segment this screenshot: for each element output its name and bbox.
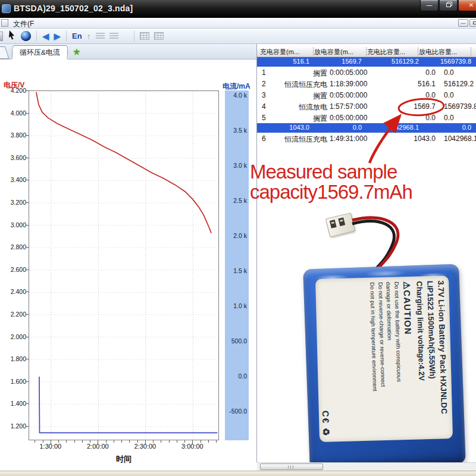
table-cell-num: 3 bbox=[262, 91, 274, 99]
y-axis-tick-label: 1.200 bbox=[0, 422, 26, 430]
y2-axis-tick-label: 1.5 k bbox=[225, 267, 247, 274]
menu-file[interactable]: 文件(F bbox=[13, 19, 34, 29]
battery-model-line: 3.7V Li-ion Battery Pack HXJNLDC bbox=[436, 280, 449, 434]
y-axis-tick-label: 2.400 bbox=[0, 288, 26, 295]
mdi-minimize-button[interactable]: — bbox=[458, 19, 468, 27]
column-header[interactable]: 放电容量(m... bbox=[314, 48, 365, 57]
forward-arrow-icon[interactable]: ▶ bbox=[54, 31, 61, 42]
up-arrow-icon[interactable]: ↑ bbox=[87, 32, 91, 41]
scroll-grip bbox=[293, 465, 293, 469]
column-header[interactable]: 充电容量(m... bbox=[260, 48, 312, 57]
partial-icon bbox=[0, 32, 3, 41]
summary-cell: 516.1 bbox=[257, 58, 309, 65]
tab-partial[interactable] bbox=[0, 46, 9, 59]
header-separator bbox=[471, 47, 471, 56]
close-button[interactable]: ✕ bbox=[458, 0, 476, 11]
language-en-button[interactable]: En bbox=[72, 32, 82, 40]
y2-axis-tick-label: 3.5 k bbox=[225, 127, 247, 134]
y2-axis-tick-label: 0.0 bbox=[225, 372, 247, 380]
scrollbar-thumb[interactable] bbox=[260, 464, 323, 470]
column-header[interactable]: 放电比容量... bbox=[419, 48, 469, 57]
table-view2-icon[interactable] bbox=[154, 32, 164, 40]
y-axis-tick bbox=[26, 202, 29, 203]
table-cell-name: 恒流放电 bbox=[274, 102, 327, 112]
mdi-restore-button[interactable] bbox=[469, 19, 476, 27]
table-row[interactable]: 4恒流放电1:57:57:0001569.71569739.8 bbox=[257, 101, 476, 112]
y-axis-tick bbox=[26, 247, 29, 248]
y-axis-tick-label: 1.800 bbox=[0, 355, 26, 362]
table-cell-val1: 0.0 bbox=[382, 114, 436, 122]
y-axis-tick-label: 2.000 bbox=[0, 333, 26, 340]
y-axis-tick-label: 4.200 bbox=[0, 87, 26, 94]
restore-button[interactable] bbox=[439, 0, 458, 11]
table-row[interactable]: 6恒流恒压充电1:49:31:0001043.01042968.1 bbox=[257, 133, 476, 144]
table-cell-name: 搁置 bbox=[274, 68, 327, 79]
x-axis-tick bbox=[121, 440, 122, 443]
title-bar: BTSDA)29_150702_02_3.nda] — ✕ bbox=[0, 0, 476, 18]
y-axis-tick bbox=[26, 292, 29, 292]
table-cell-val1: 1569.7 bbox=[382, 102, 436, 111]
document-icon bbox=[1, 19, 8, 27]
y-axis-tick bbox=[26, 426, 29, 427]
toolbar-separator bbox=[66, 31, 67, 42]
y2-axis-tick-label: 2.5 k bbox=[225, 197, 247, 204]
table-row[interactable]: 2恒流恒压充电1:18:39:000516.1516129.2 bbox=[257, 78, 476, 89]
summary-cell: 1569739.8 bbox=[424, 58, 471, 65]
summary-row-selected[interactable]: 516.11569.7516129.21569739.8 bbox=[257, 57, 476, 67]
scroll-grip bbox=[290, 465, 291, 469]
table-cell-name: 恒流恒压充电 bbox=[274, 80, 327, 90]
table-row[interactable]: 5搁置0:05:00:0000.00.0 bbox=[257, 112, 476, 123]
chart-panel: 电压/V 电流/mA 4.2004.0003.8003.6003.4003.20… bbox=[0, 60, 256, 471]
y-axis-tick bbox=[26, 158, 29, 158]
tab-cycle-voltage-current[interactable]: 循环压&电流 bbox=[12, 45, 68, 60]
table-cell-val1: 0.0 bbox=[382, 91, 436, 99]
globe-icon[interactable] bbox=[21, 31, 31, 41]
x-axis-tick bbox=[43, 440, 43, 443]
list-export-icon[interactable] bbox=[96, 33, 105, 40]
table-header-row: 充电容量(m...放电容量(m...充电比容量...放电比容量... bbox=[257, 46, 476, 57]
y-axis-tick bbox=[26, 403, 29, 404]
x-axis-tick bbox=[35, 440, 35, 443]
horizontal-scrollbar[interactable] bbox=[257, 462, 476, 471]
restore-icon bbox=[446, 3, 451, 7]
x-axis-tick bbox=[153, 440, 154, 443]
battery-photo: 3.7V Li-ion Battery Pack HXJNLDC LIP1522… bbox=[298, 208, 476, 473]
y-axis-tick-label: 1.400 bbox=[0, 400, 26, 407]
status-bar bbox=[0, 471, 476, 476]
scroll-grip bbox=[288, 465, 289, 469]
table-cell-num: 6 bbox=[262, 134, 274, 143]
x-axis-tick bbox=[216, 440, 217, 443]
summary-row-selected[interactable]: 1043.00.01042968.10.0 bbox=[257, 123, 476, 133]
x-axis-tick bbox=[129, 440, 130, 443]
summary-cell: 516129.2 bbox=[367, 58, 419, 65]
y-axis-tick-label: 3.000 bbox=[0, 221, 26, 228]
table-cell-val2: 0.0 bbox=[444, 91, 476, 99]
y-axis-tick bbox=[26, 180, 29, 180]
x-axis-tick bbox=[201, 440, 201, 443]
back-arrow-icon[interactable]: ◀ bbox=[42, 31, 49, 42]
table-row[interactable]: 3搁置0:05:00:0000.00.0 bbox=[257, 89, 476, 101]
table-cell-val2: 1042968.1 bbox=[444, 134, 476, 143]
table-row[interactable]: 1搁置0:00:05:0000.00.0 bbox=[257, 67, 476, 78]
summary-cell: 1042968.1 bbox=[367, 124, 419, 131]
table-view-icon[interactable] bbox=[140, 32, 149, 40]
summary-cell: 1569.7 bbox=[314, 58, 362, 65]
ce-recycle-marks: C€ ♻ bbox=[320, 411, 331, 437]
table-cell-val1: 516.1 bbox=[382, 80, 436, 88]
favorite-star-icon[interactable]: ★ bbox=[73, 46, 80, 57]
column-header[interactable]: 充电比容量... bbox=[367, 48, 416, 57]
y2-axis-tick-label: 500.0 bbox=[225, 337, 247, 345]
x-axis-tick bbox=[51, 440, 51, 444]
current-axis-highlight-band[interactable] bbox=[225, 90, 249, 440]
list-import-icon[interactable] bbox=[109, 33, 118, 40]
y-axis-tick-label: 2.800 bbox=[0, 243, 26, 250]
plot-area[interactable] bbox=[29, 90, 219, 440]
cursor-tool-icon[interactable] bbox=[8, 30, 16, 42]
window-title: BTSDA)29_150702_02_3.nda] bbox=[14, 4, 133, 13]
minimize-button[interactable]: — bbox=[420, 0, 439, 11]
x-axis-tick bbox=[58, 440, 59, 443]
toolbar: ◀ ▶ En ↑ bbox=[0, 29, 476, 44]
y-axis-tick-label: 3.400 bbox=[0, 176, 26, 183]
x-axis-tick bbox=[90, 440, 90, 443]
y2-axis-tick-label: 2.0 k bbox=[225, 232, 247, 239]
